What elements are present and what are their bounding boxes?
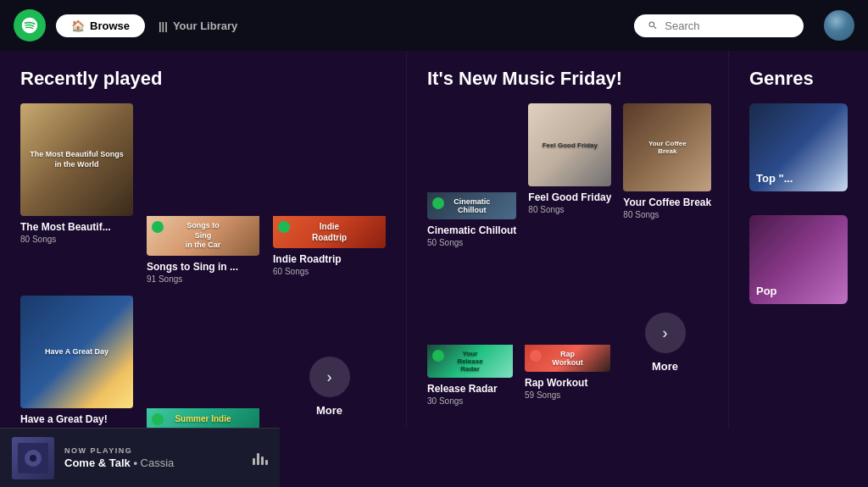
genres-title: Genres xyxy=(749,68,848,90)
spotify-logo[interactable] xyxy=(14,9,46,42)
now-playing-bar: NOW PLAYING Come & Talk • Cassia xyxy=(0,428,280,487)
genres-section: Genres Top "... Pop xyxy=(729,51,868,428)
more-chevron-icon: › xyxy=(309,357,350,397)
card-name: The Most Beautif... xyxy=(20,221,133,233)
card-meta: 80 Songs xyxy=(623,210,711,219)
library-icon: ||| xyxy=(159,19,168,32)
list-item[interactable]: Your CoffeeBreak Your Coffee Break 80 So… xyxy=(623,103,711,247)
card-name: Rap Workout xyxy=(525,377,610,389)
genre-label: Pop xyxy=(756,285,777,297)
list-item[interactable]: Have A Great Day Have a Great Day! 101 S… xyxy=(20,296,133,428)
recently-played-section: Recently played The Most Beautiful Songs… xyxy=(0,51,407,428)
list-item[interactable]: The Most Beautiful Songsin the World The… xyxy=(20,103,133,284)
list-item[interactable]: Feel Good Friday Feel Good Friday 80 Son… xyxy=(528,103,611,247)
card-name: Your Coffee Break xyxy=(623,196,711,208)
home-icon: 🏠 xyxy=(71,19,85,32)
list-item[interactable]: Songs toSingin the Car Songs to Sing in … xyxy=(147,103,259,284)
search-icon xyxy=(648,19,658,31)
card-meta: 50 Songs xyxy=(427,238,516,247)
new-music-more-button[interactable]: › More xyxy=(622,259,708,406)
card-meta: 91 Songs xyxy=(147,274,259,284)
search-bar[interactable] xyxy=(634,14,804,37)
svg-point-2 xyxy=(30,455,36,462)
more-label: More xyxy=(316,404,342,417)
more-button[interactable]: › More xyxy=(273,296,386,428)
more-chevron-icon: › xyxy=(645,313,686,353)
card-name: Release Radar xyxy=(427,383,513,395)
new-music-title: It's New Music Friday! xyxy=(427,68,708,90)
now-playing-song: Come & Talk • Cassia xyxy=(64,457,242,469)
browse-button[interactable]: 🏠 Browse xyxy=(56,14,145,37)
recently-played-title: Recently played xyxy=(20,68,386,90)
navbar: 🏠 Browse ||| Your Library xyxy=(0,0,868,51)
list-item[interactable]: Top "... xyxy=(749,103,848,191)
new-music-row2: YourReleaseRadar Release Radar 30 Songs … xyxy=(427,259,708,406)
list-item[interactable]: YourReleaseRadar Release Radar 30 Songs xyxy=(427,259,513,406)
card-meta: 80 Songs xyxy=(20,235,133,244)
now-playing-info: NOW PLAYING Come & Talk • Cassia xyxy=(64,446,242,469)
browse-label: Browse xyxy=(90,19,130,32)
card-name: Have a Great Day! xyxy=(20,413,133,425)
recently-played-row2: Have A Great Day Have a Great Day! 101 S… xyxy=(20,296,386,428)
list-item[interactable]: IndieRoadtrip Indie Roadtrip 60 Songs xyxy=(273,103,386,284)
list-item[interactable]: Summer Indie Summer Indie 60 Songs xyxy=(147,296,259,428)
new-music-section: It's New Music Friday! CinematicChillout… xyxy=(407,51,729,428)
library-label: Your Library xyxy=(173,19,237,32)
card-meta: 80 Songs xyxy=(528,205,611,214)
search-input[interactable] xyxy=(665,19,790,32)
card-meta: 30 Songs xyxy=(427,396,513,406)
genre-label: Top "... xyxy=(756,172,793,185)
list-item[interactable]: RapWorkout Rap Workout 59 Songs xyxy=(525,259,610,406)
new-music-row1: CinematicChillout Cinematic Chillout 50 … xyxy=(427,103,708,247)
list-item[interactable]: Pop xyxy=(749,215,848,303)
card-name: Feel Good Friday xyxy=(528,191,611,203)
card-meta: 59 Songs xyxy=(525,390,610,400)
main-content: Recently played The Most Beautiful Songs… xyxy=(0,51,868,428)
avatar[interactable] xyxy=(824,10,854,41)
now-playing-thumb xyxy=(12,437,54,479)
card-meta: 60 Songs xyxy=(273,267,386,276)
card-name: Cinematic Chillout xyxy=(427,224,516,236)
recently-played-row1: The Most Beautiful Songsin the World The… xyxy=(20,103,386,284)
library-button[interactable]: ||| Your Library xyxy=(159,19,237,32)
more-label: More xyxy=(652,360,678,373)
now-playing-label: NOW PLAYING xyxy=(64,446,242,455)
list-item[interactable]: CinematicChillout Cinematic Chillout 50 … xyxy=(427,103,516,247)
card-name: Indie Roadtrip xyxy=(273,253,386,265)
equalizer-icon xyxy=(253,451,268,465)
card-name: Songs to Sing in ... xyxy=(147,261,259,273)
genre-list: Top "... Pop xyxy=(749,103,848,316)
